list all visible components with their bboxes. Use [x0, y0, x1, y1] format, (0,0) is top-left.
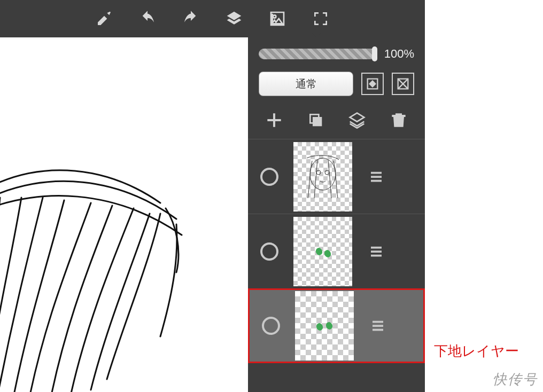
layer-item[interactable] — [248, 139, 425, 214]
layer-visibility-toggle[interactable] — [255, 317, 287, 335]
svg-point-2 — [310, 158, 336, 190]
svg-point-3 — [316, 170, 321, 175]
opacity-thumb[interactable] — [372, 46, 377, 61]
visibility-circle-icon[interactable] — [262, 317, 280, 335]
alpha-lock-icon[interactable] — [392, 73, 414, 95]
layer-thumbnail[interactable] — [295, 291, 354, 360]
paint-dot — [325, 321, 333, 330]
layer-visibility-toggle[interactable] — [253, 242, 285, 261]
image-icon[interactable] — [268, 9, 287, 28]
layer-item[interactable] — [248, 214, 425, 288]
svg-point-4 — [325, 170, 329, 175]
top-toolbar — [0, 0, 425, 37]
blend-mode-button[interactable]: 通常 — [259, 72, 353, 96]
svg-rect-1 — [313, 117, 321, 126]
paint-dot — [315, 322, 324, 331]
delete-layer-icon[interactable] — [388, 109, 409, 131]
layer-item-selected[interactable] — [248, 288, 425, 363]
panel-pointer-caret — [311, 32, 322, 37]
layer-thumbnail[interactable] — [293, 142, 352, 211]
opacity-row: 100% — [248, 37, 425, 66]
watermark-text: 快传号 — [493, 370, 538, 389]
blend-mode-label: 通常 — [296, 77, 317, 91]
opacity-value: 100% — [384, 47, 414, 61]
pen-quick-icon[interactable] — [95, 9, 114, 28]
layer-options-icon[interactable] — [360, 169, 392, 185]
paint-dot — [315, 247, 323, 256]
thumb-sketch — [296, 145, 350, 209]
paint-dot — [323, 249, 332, 258]
visibility-circle-icon[interactable] — [260, 242, 278, 261]
blend-row: 通常 — [248, 66, 425, 101]
layer-thumbnail[interactable] — [293, 217, 352, 286]
opacity-slider[interactable] — [259, 49, 376, 59]
layers-panel: 100% 通常 — [248, 37, 425, 392]
duplicate-layer-icon[interactable] — [305, 109, 327, 131]
undo-icon[interactable] — [138, 9, 157, 28]
layers-icon[interactable] — [224, 9, 244, 28]
canvas-area[interactable] — [0, 37, 248, 392]
add-layer-icon[interactable] — [263, 109, 285, 131]
clip-mask-icon[interactable] — [361, 73, 384, 95]
fullscreen-icon[interactable] — [311, 9, 330, 28]
layer-ops-row — [248, 101, 425, 139]
hair-sketch — [0, 37, 248, 392]
layer-options-icon[interactable] — [360, 244, 392, 260]
layer-visibility-toggle[interactable] — [253, 168, 285, 186]
merge-layers-icon[interactable] — [346, 109, 368, 131]
redo-icon[interactable] — [181, 9, 200, 28]
annotation-selected-layer: 下地レイヤー — [434, 342, 519, 360]
layer-options-icon[interactable] — [362, 318, 394, 334]
visibility-circle-icon[interactable] — [260, 168, 278, 186]
